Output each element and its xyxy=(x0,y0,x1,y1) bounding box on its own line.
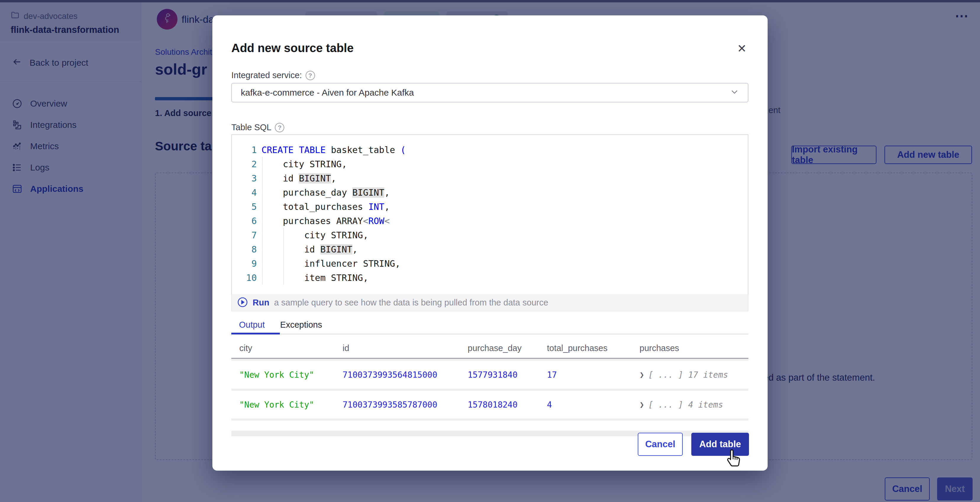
table-sql-label: Table SQL ? xyxy=(231,123,284,132)
table-row: "New York City"7100373993564815000157793… xyxy=(231,361,748,389)
sql-code-text: id BIGINT, xyxy=(261,244,358,255)
sql-code-text: id BIGINT, xyxy=(261,173,336,183)
cell-id: 7100373993585787000 xyxy=(334,400,460,410)
sql-line-8: 8 id BIGINT, xyxy=(232,242,748,256)
output-table-rows: "New York City"7100373993564815000157793… xyxy=(231,361,748,419)
column-header-city: city xyxy=(231,343,334,353)
expand-chevron-icon[interactable]: ❯ xyxy=(640,400,644,409)
sql-code-lines: 1CREATE TABLE basket_table (2 city STRIN… xyxy=(232,143,748,285)
add-source-table-modal: Add new source table ✕ Integrated servic… xyxy=(212,15,768,471)
column-header-purchase_day: purchase_day xyxy=(460,343,539,353)
sql-line-6: 6 purchases ARRAY<ROW< xyxy=(232,214,748,228)
cell-city: "New York City" xyxy=(231,400,334,410)
line-number: 9 xyxy=(232,258,257,269)
line-number: 10 xyxy=(232,273,257,283)
chevron-down-icon xyxy=(730,87,739,98)
sql-line-9: 9 influencer STRING, xyxy=(232,256,748,271)
cell-total-purchases: 17 xyxy=(539,370,632,380)
sql-editor[interactable]: 1CREATE TABLE basket_table (2 city STRIN… xyxy=(231,134,748,294)
tab-exceptions[interactable]: Exceptions xyxy=(272,315,330,335)
sql-line-7: 7 city STRING, xyxy=(232,228,748,242)
cell-id: 7100373993564815000 xyxy=(334,370,460,380)
integrated-service-select[interactable]: kafka-e-commerce - Aiven for Apache Kafk… xyxy=(231,83,748,102)
modal-cancel-button[interactable]: Cancel xyxy=(638,433,683,456)
line-number: 4 xyxy=(232,187,257,198)
sql-code-text: influencer STRING, xyxy=(261,258,401,269)
sql-code-text: total_purchases INT, xyxy=(261,202,390,212)
expand-chevron-icon[interactable]: ❯ xyxy=(640,370,644,379)
sql-line-3: 3 id BIGINT, xyxy=(232,171,748,185)
sql-line-5: 5 total_purchases INT, xyxy=(232,199,748,214)
active-tab-indicator xyxy=(231,333,280,335)
close-icon[interactable]: ✕ xyxy=(735,41,749,56)
purchases-summary: [ ... ] 17 items xyxy=(648,370,728,380)
sql-line-10: 10 item STRING, xyxy=(232,271,748,285)
run-label: Run xyxy=(253,298,269,308)
cell-total-purchases: 4 xyxy=(539,400,632,410)
purchases-summary: [ ... ] 4 items xyxy=(648,400,723,410)
result-tabs: Output Exceptions xyxy=(231,315,748,335)
tab-output[interactable]: Output xyxy=(231,315,272,335)
sql-code-text: purchase_day BIGINT, xyxy=(261,187,390,198)
line-number: 5 xyxy=(232,202,257,212)
cell-purchases: ❯[ ... ] 4 items xyxy=(632,400,748,410)
table-row-partial xyxy=(231,421,748,431)
line-number: 1 xyxy=(232,145,257,155)
sql-code-text: city STRING, xyxy=(261,159,347,169)
cell-city: "New York City" xyxy=(231,370,334,380)
sql-code-text: CREATE TABLE basket_table ( xyxy=(261,145,406,155)
sql-code-text: city STRING, xyxy=(261,230,368,241)
play-circle-icon xyxy=(237,297,248,309)
screen: dev-advocates flink-data-transformation … xyxy=(0,0,980,502)
sql-line-4: 4 purchase_day BIGINT, xyxy=(232,185,748,199)
mouse-cursor-icon xyxy=(725,449,744,468)
sql-code-text: purchases ARRAY<ROW< xyxy=(261,216,390,226)
output-table-header: cityidpurchase_daytotal_purchasespurchas… xyxy=(231,339,748,359)
column-header-purchases: purchases xyxy=(632,343,748,353)
integrated-service-value: kafka-e-commerce - Aiven for Apache Kafk… xyxy=(241,88,414,98)
modal-title: Add new source table xyxy=(231,41,353,55)
sql-code-text: item STRING, xyxy=(261,273,368,283)
line-number: 2 xyxy=(232,159,257,169)
integrated-service-label: Integrated service: ? xyxy=(231,70,315,80)
tabs-divider xyxy=(231,333,748,335)
table-row: "New York City"7100373993585787000157801… xyxy=(231,391,748,419)
run-description: a sample query to see how the data is be… xyxy=(274,298,548,308)
cell-purchases: ❯[ ... ] 17 items xyxy=(632,370,748,380)
cell-purchase-day: 1577931840 xyxy=(460,370,539,380)
column-header-id: id xyxy=(334,343,460,353)
run-query-bar[interactable]: Run a sample query to see how the data i… xyxy=(231,294,748,311)
help-icon[interactable]: ? xyxy=(305,71,315,80)
help-icon[interactable]: ? xyxy=(275,123,284,132)
column-header-total_purchases: total_purchases xyxy=(539,343,632,353)
line-number: 3 xyxy=(232,173,257,183)
line-number: 7 xyxy=(232,230,257,241)
output-table: cityidpurchase_daytotal_purchasespurchas… xyxy=(231,339,748,436)
sql-line-2: 2 city STRING, xyxy=(232,157,748,171)
sql-line-1: 1CREATE TABLE basket_table ( xyxy=(232,143,748,157)
line-number: 8 xyxy=(232,244,257,255)
line-number: 6 xyxy=(232,216,257,226)
cell-purchase-day: 1578018240 xyxy=(460,400,539,410)
